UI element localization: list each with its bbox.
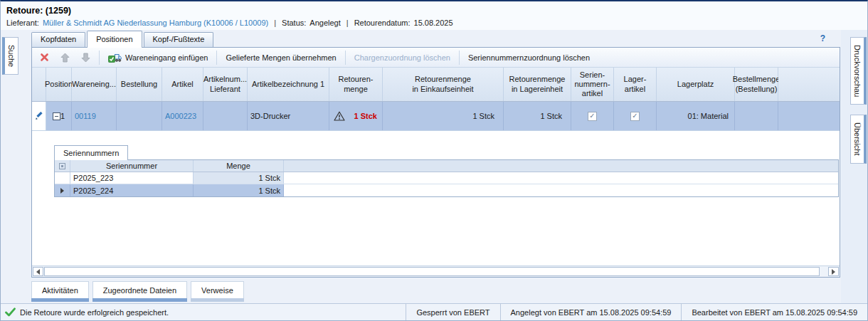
- collapse-row-icon[interactable]: [53, 112, 60, 120]
- tab-positionen[interactable]: Positionen: [87, 31, 142, 48]
- tab-underline: [191, 298, 244, 302]
- seriennummernzuordnung-loeschen-button[interactable]: Seriennummernzuordnung löschen: [463, 51, 595, 65]
- column-header-wareneingang[interactable]: Wareneing...: [72, 68, 117, 101]
- toolbar-separator: [459, 51, 460, 65]
- column-header-retourenmenge[interactable]: Retouren- menge: [329, 68, 383, 101]
- tab-underline: [92, 298, 187, 302]
- chargenzuordnung-loeschen-button[interactable]: Chargenzuordnung löschen: [349, 51, 455, 65]
- retoure-window: Retoure: (1259) Lieferant: Müller & Schm…: [0, 0, 868, 321]
- column-header-retourenmenge-lager[interactable]: Retourenmenge in Lagereinheit: [504, 68, 571, 101]
- cell-menge: 1 Stck: [194, 172, 284, 184]
- goods-receipt-icon: [108, 52, 122, 63]
- cell-lagerartikel: ✓: [614, 102, 657, 130]
- row-indicator: [55, 172, 70, 184]
- gelieferte-mengen-button[interactable]: Gelieferte Mengen übernehmen: [221, 51, 341, 65]
- tab-zugeordnete-dateien[interactable]: Zugeordnete Dateien: [92, 281, 187, 302]
- scroll-left-button[interactable]: [33, 267, 43, 276]
- arrow-down-icon: [81, 53, 90, 63]
- select-all-icon[interactable]: [59, 163, 65, 169]
- cell-position: 1: [46, 102, 72, 130]
- positions-toolbar: Wareneingang einfügen Gelieferte Mengen …: [32, 48, 840, 68]
- status-label: Status:: [282, 19, 306, 27]
- tab-aktivitaeten[interactable]: Aktivitäten: [31, 281, 89, 302]
- cell-artikelbezeichnung: 3D-Drucker: [248, 102, 329, 130]
- move-up-button[interactable]: [55, 50, 75, 65]
- gelieferte-mengen-label: Gelieferte Mengen übernehmen: [226, 53, 336, 62]
- tab-aktivitaeten-label: Aktivitäten: [31, 281, 89, 298]
- column-header-bestellmenge[interactable]: Bestellmenge (Bestellung): [735, 68, 778, 101]
- column-header-seriennummernartikel[interactable]: Serien- nummern- artikel: [571, 68, 614, 101]
- scroll-right-button[interactable]: [828, 267, 839, 276]
- sidebar-tab-uebersicht[interactable]: Übersicht: [850, 115, 867, 163]
- subgrid-header-indicator: [55, 160, 70, 172]
- status-message: Die Retoure wurde erfolgreich gespeicher…: [1, 307, 169, 317]
- column-header-retourenmenge-einkauf[interactable]: Retourenmenge in Einkaufseinheit: [383, 68, 504, 101]
- cell-artikel: A000223: [162, 102, 203, 130]
- subgrid-header-filler: [284, 160, 838, 172]
- column-header-artikelbezeichnung[interactable]: Artikelbezeichnung 1: [248, 68, 329, 101]
- window-body: Suche Kopfdaten Positionen Kopf-/Fußtext…: [1, 30, 867, 303]
- sidebar-tab-suche[interactable]: Suche: [2, 37, 18, 75]
- cell-bestellung: [117, 102, 162, 130]
- cell-seriennummernartikel: ✓: [571, 102, 614, 130]
- pencil-icon: [35, 112, 43, 120]
- column-header-lagerartikel[interactable]: Lager- artikel: [614, 68, 657, 101]
- scrollbar-thumb[interactable]: [44, 267, 820, 276]
- column-header-lagerplatz[interactable]: Lagerplatz: [657, 68, 735, 101]
- sidebar-tab-druckvorschau[interactable]: Druckvorschau: [850, 37, 867, 105]
- artikel-link[interactable]: A000223: [165, 112, 196, 120]
- seriennummern-section: Seriennummern Seriennummer Menge: [54, 145, 839, 197]
- check-icon: ✓: [589, 112, 595, 120]
- column-header-menge[interactable]: Menge: [194, 160, 284, 172]
- seriennummer-row[interactable]: P2025_223 1 Stck: [55, 172, 838, 184]
- cell-bestellmenge: [735, 102, 778, 130]
- cell-artikelnummer-lieferant: [203, 102, 248, 130]
- delete-position-button[interactable]: [35, 50, 54, 65]
- help-icon[interactable]: ?: [820, 33, 825, 43]
- current-row-marker-icon: [60, 188, 64, 194]
- retourenmenge-value: 1 Stck: [354, 112, 377, 120]
- cell-retourenmenge-einkauf: 1 Stck: [383, 102, 504, 130]
- move-down-button[interactable]: [76, 50, 95, 65]
- cell-seriennummer: P2025_223: [70, 172, 194, 184]
- seriennummern-header-row: Seriennummer Menge: [55, 160, 838, 172]
- bottom-tabbar: Aktivitäten Zugeordnete Dateien Verweise: [29, 278, 841, 303]
- column-header-artikelnummer-lieferant[interactable]: Artikelnum... Lieferant: [203, 68, 248, 101]
- subgrid-row-filler: [284, 184, 838, 196]
- table-row[interactable]: 1 00119 A000223 3D-Drucker: [32, 102, 840, 131]
- lieferant-link[interactable]: Müller & Schmidt AG Niederlassung Hambur…: [43, 19, 268, 27]
- success-check-icon: [5, 307, 16, 317]
- seriennummer-row-selected[interactable]: P2025_224 1 Stck: [55, 184, 838, 196]
- column-header-position[interactable]: Position: [46, 68, 72, 101]
- status-value: Angelegt: [309, 19, 340, 27]
- main-tabbar: Kopfdaten Positionen Kopf-/Fußtexte ?: [29, 30, 841, 47]
- lagerartikel-checkbox[interactable]: ✓: [630, 112, 640, 121]
- tab-verweise[interactable]: Verweise: [191, 281, 244, 302]
- document-header: Retoure: (1259) Lieferant: Müller & Schm…: [1, 1, 867, 30]
- cell-menge: 1 Stck: [194, 184, 284, 196]
- document-subheader: Lieferant: Müller & Schmidt AG Niederlas…: [6, 19, 862, 27]
- right-side-strip: Druckvorschau Übersicht: [841, 30, 867, 303]
- lieferant-label: Lieferant:: [6, 19, 39, 27]
- column-header-artikel[interactable]: Artikel: [162, 68, 203, 101]
- wareneingang-link[interactable]: 00119: [75, 112, 96, 120]
- status-angelegt: Angelegt von EBERT am 15.08.2025 09:54:5…: [500, 304, 682, 320]
- positions-grid-area: Position Wareneing... Bestellung Artikel…: [32, 68, 840, 277]
- seriennummernzuordnung-label: Seriennummernzuordnung löschen: [468, 53, 590, 62]
- wareneingang-einfuegen-button[interactable]: Wareneingang einfügen: [103, 49, 213, 65]
- separator: |: [274, 19, 276, 27]
- horizontal-scrollbar[interactable]: [32, 265, 840, 277]
- tab-kopfdaten[interactable]: Kopfdaten: [31, 32, 85, 47]
- column-header-bestellung[interactable]: Bestellung: [117, 68, 162, 101]
- arrow-up-icon: [60, 53, 70, 63]
- seriennummernartikel-checkbox[interactable]: ✓: [588, 112, 597, 121]
- tab-kopf-fusstexte[interactable]: Kopf-/Fußtexte: [144, 32, 214, 47]
- check-icon: ✓: [632, 112, 637, 120]
- cell-wareneingang: 00119: [72, 102, 117, 130]
- column-header-seriennummer[interactable]: Seriennummer: [70, 160, 194, 172]
- subgrid-row-filler: [284, 172, 838, 184]
- cell-retourenmenge: 1 Stck: [329, 102, 383, 130]
- center-column: Kopfdaten Positionen Kopf-/Fußtexte ?: [29, 30, 841, 303]
- tab-seriennummern[interactable]: Seriennummern: [54, 145, 128, 160]
- cell-retourenmenge-lager: 1 Stck: [504, 102, 571, 130]
